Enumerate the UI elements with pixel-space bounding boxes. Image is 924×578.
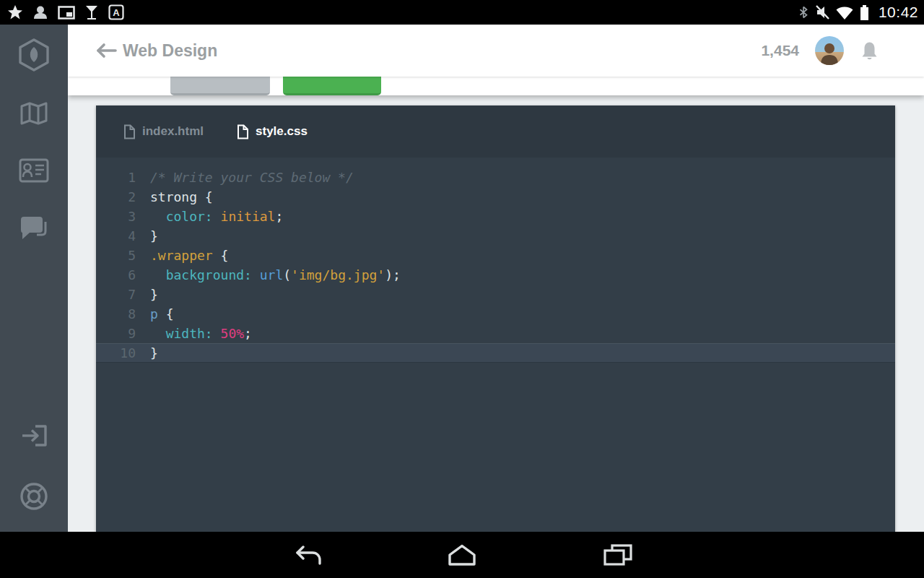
line-number: 2 [96, 187, 136, 207]
sidebar [0, 25, 68, 532]
logout-icon[interactable] [19, 423, 48, 451]
notifications-bell-icon[interactable] [860, 40, 879, 61]
appbar-right-cluster: 1,454 [761, 36, 879, 65]
code-lines[interactable]: 1/* Write your CSS below */2strong {3 co… [96, 158, 895, 532]
avatar[interactable] [815, 36, 844, 65]
line-number: 10 [96, 343, 136, 363]
line-source: p { [136, 304, 174, 324]
line-source: strong { [136, 187, 213, 207]
code-line[interactable]: 3 color: initial; [96, 207, 895, 226]
editor-tabbar: index.html style.css [96, 105, 895, 158]
line-source: color: initial; [136, 207, 283, 226]
page-title: Web Design [123, 41, 217, 61]
app-area: Web Design 1,454 [0, 25, 924, 532]
appbar: Web Design 1,454 [68, 25, 924, 77]
wifi-icon [835, 5, 854, 20]
code-editor: index.html style.css 1/* Write your CSS … [96, 105, 895, 532]
line-source: /* Write your CSS below */ [136, 168, 354, 187]
code-line[interactable]: 6 background: url('img/bg.jpg'); [96, 265, 895, 285]
bluetooth-icon [797, 4, 810, 21]
line-number: 6 [96, 265, 136, 285]
back-icon[interactable] [290, 544, 322, 566]
tab-index-html[interactable]: index.html [123, 124, 204, 139]
points-counter: 1,454 [761, 42, 799, 59]
android-screen: A 10:42 [0, 0, 924, 578]
code-line[interactable]: 4} [96, 226, 895, 246]
code-line[interactable]: 8p { [96, 304, 895, 324]
line-source: width: 50%; [136, 324, 252, 343]
support-icon[interactable] [19, 481, 49, 514]
status-right-cluster: 10:42 [797, 4, 918, 21]
line-source: .wrapper { [136, 246, 228, 265]
user-icon [32, 4, 48, 20]
code-line[interactable]: 5.wrapper { [96, 246, 895, 265]
file-icon [123, 124, 136, 139]
tab-style-css[interactable]: style.css [237, 124, 308, 139]
navigation-bar [0, 532, 924, 578]
star-icon [7, 4, 23, 20]
svg-text:A: A [113, 7, 120, 18]
main-content: Web Design 1,454 [68, 25, 924, 532]
recents-icon[interactable] [602, 544, 634, 566]
tab-label: style.css [256, 124, 308, 139]
mute-icon [815, 4, 830, 20]
app-logo-icon[interactable] [17, 38, 51, 74]
code-line[interactable]: 9 width: 50%; [96, 324, 895, 343]
code-line[interactable]: 7} [96, 285, 895, 304]
pip-icon [58, 6, 75, 20]
line-source: background: url('img/bg.jpg'); [136, 265, 401, 285]
line-source: } [136, 285, 158, 304]
discussions-icon[interactable] [19, 215, 48, 244]
tab-label: index.html [142, 124, 204, 139]
battery-icon [859, 4, 870, 21]
line-number: 5 [96, 246, 136, 265]
code-line[interactable]: 1/* Write your CSS below */ [96, 168, 895, 187]
line-source: } [136, 226, 158, 246]
clock: 10:42 [879, 4, 918, 21]
file-icon [237, 124, 249, 139]
line-number: 4 [96, 226, 136, 246]
news-icon[interactable] [19, 158, 49, 186]
status-bar: A 10:42 [0, 0, 924, 25]
home-icon[interactable] [446, 544, 478, 566]
line-number: 7 [96, 285, 136, 304]
back-arrow-icon[interactable] [95, 43, 117, 59]
code-line[interactable]: 10} [96, 343, 895, 363]
input-a-icon: A [108, 4, 124, 20]
code-line[interactable]: 2strong { [96, 187, 895, 207]
line-source: } [136, 343, 158, 363]
line-number: 9 [96, 324, 136, 343]
line-number: 3 [96, 207, 136, 226]
line-number: 1 [96, 168, 136, 187]
map-icon[interactable] [19, 101, 48, 129]
cocktail-icon [84, 4, 99, 20]
button-strip [68, 77, 924, 95]
line-number: 8 [96, 304, 136, 324]
